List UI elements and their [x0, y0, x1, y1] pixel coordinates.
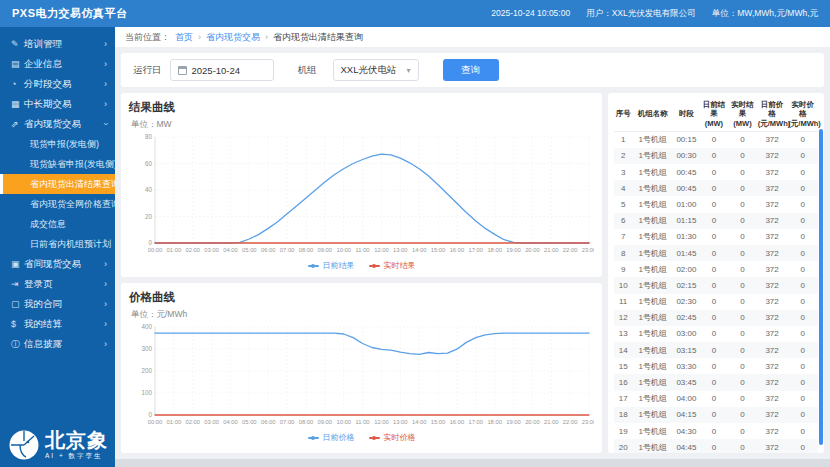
- unit-label: 机组: [298, 64, 317, 77]
- legend-item-日前价格[interactable]: 日前价格: [308, 432, 355, 443]
- table-cell: 0: [700, 342, 729, 358]
- svg-text:05:00: 05:00: [242, 419, 257, 425]
- table-cell: 1号机组: [632, 423, 673, 439]
- svg-text:18:00: 18:00: [487, 419, 502, 425]
- svg-text:15:00: 15:00: [431, 247, 446, 253]
- svg-text:08:00: 08:00: [299, 419, 314, 425]
- table-cell: 0: [787, 180, 818, 196]
- table-cell: 1号机组: [632, 391, 673, 407]
- sidebar-item-9[interactable]: ⓘ信息披露›: [0, 334, 115, 354]
- column-header-0: 序号: [614, 97, 632, 132]
- sidebar-item-3[interactable]: ▦中长期交易›: [0, 94, 115, 114]
- svg-text:20: 20: [145, 213, 153, 220]
- svg-text:21:00: 21:00: [544, 247, 559, 253]
- legend-item-日前结果[interactable]: 日前结果: [308, 260, 355, 271]
- sidebar-item-2[interactable]: ◔分时段交易›: [0, 74, 115, 94]
- table-cell: 372: [757, 374, 788, 390]
- table-cell: 0: [728, 229, 757, 245]
- table-cell: 0: [728, 391, 757, 407]
- table-cell: 372: [757, 391, 788, 407]
- unit-select[interactable]: XXL光伏电站 ▾: [333, 59, 419, 81]
- breadcrumb-section[interactable]: 省内现货交易: [206, 31, 260, 44]
- legend-item-实时价格[interactable]: 实时价格: [369, 432, 416, 443]
- table-cell: 0: [728, 294, 757, 310]
- breadcrumb-separator: ›: [198, 32, 201, 42]
- table-row: 61号机组01:15003720: [614, 213, 818, 229]
- svg-text:0: 0: [148, 239, 152, 246]
- svg-text:23:00: 23:00: [582, 247, 594, 253]
- table-cell: 0: [728, 277, 757, 293]
- table-cell: 02:45: [673, 310, 700, 326]
- sidebar-item-5[interactable]: ▣省间现货交易›: [0, 254, 115, 274]
- table-cell: 01:00: [673, 196, 700, 212]
- legend-line-icon: [308, 437, 319, 439]
- price-curve-card: 价格曲线 单位：元/MWh 010020030040000:0001:0002:…: [121, 283, 602, 453]
- table-cell: 0: [787, 148, 818, 164]
- table-cell: 0: [787, 261, 818, 277]
- table-cell: 0: [787, 164, 818, 180]
- table-cell: 01:30: [673, 229, 700, 245]
- sidebar-subitem-0[interactable]: 现货申报(发电侧): [0, 134, 115, 154]
- table-cell: 1号机组: [632, 294, 673, 310]
- svg-text:12:00: 12:00: [374, 247, 389, 253]
- table-cell: 0: [787, 132, 818, 148]
- table-cell: 1号机组: [632, 407, 673, 423]
- breadcrumb: 当前位置： 首页 › 省内现货交易 › 省内现货出清结果查询: [115, 27, 830, 47]
- table-cell: 372: [757, 294, 788, 310]
- sidebar-item-4[interactable]: ⇗省内现货交易›: [0, 114, 115, 134]
- table-cell: 372: [757, 213, 788, 229]
- sidebar-subitem-1[interactable]: 现货缺省申报(发电侧): [0, 154, 115, 174]
- table-cell: 3: [614, 164, 632, 180]
- table-cell: 2: [614, 148, 632, 164]
- results-table-card: 序号机组名称时段日前结果 (MW)实时结果 (MW)日前价格 (元/MWh)实时…: [608, 93, 824, 453]
- svg-text:20:00: 20:00: [525, 419, 540, 425]
- table-cell: 372: [757, 196, 788, 212]
- table-row: 81号机组01:45003720: [614, 245, 818, 261]
- sidebar-subitem-5[interactable]: 日前省内机组预计划: [0, 234, 115, 254]
- column-header-3: 日前结果 (MW): [700, 97, 729, 132]
- svg-text:05:00: 05:00: [242, 247, 257, 253]
- svg-text:02:00: 02:00: [185, 419, 200, 425]
- table-row: 21号机组00:30003720: [614, 148, 818, 164]
- results-table: 序号机组名称时段日前结果 (MW)实时结果 (MW)日前价格 (元/MWh)实时…: [614, 97, 818, 453]
- table-cell: 0: [728, 439, 757, 453]
- sidebar-item-1[interactable]: ▤企业信息›: [0, 54, 115, 74]
- breadcrumb-home[interactable]: 首页: [175, 31, 193, 44]
- table-cell: 372: [757, 423, 788, 439]
- sidebar-subitem-2[interactable]: 省内现货出清结果查询: [0, 174, 115, 194]
- sidebar-item-7[interactable]: ▢我的合同›: [0, 294, 115, 314]
- unit-select-value: XXL光伏电站: [341, 64, 397, 77]
- table-scrollbar[interactable]: [819, 129, 823, 445]
- table-cell: 14: [614, 342, 632, 358]
- sidebar-item-8[interactable]: $我的结算›: [0, 314, 115, 334]
- sidebar-item-6[interactable]: ⇥登录页›: [0, 274, 115, 294]
- chevron-right-icon: ›: [104, 299, 107, 309]
- table-cell: 02:30: [673, 294, 700, 310]
- app-window: PXS电力交易仿真平台 2025-10-24 10:05:00 用户：XXL光伏…: [0, 0, 830, 467]
- table-cell: 03:45: [673, 374, 700, 390]
- table-cell: 18: [614, 407, 632, 423]
- table-cell: 1号机组: [632, 164, 673, 180]
- svg-text:08:00: 08:00: [299, 247, 314, 253]
- table-cell: 0: [787, 423, 818, 439]
- svg-text:10:00: 10:00: [336, 419, 351, 425]
- query-button[interactable]: 查询: [443, 59, 499, 81]
- table-cell: 0: [700, 148, 729, 164]
- svg-text:22:00: 22:00: [563, 247, 578, 253]
- table-cell: 1号机组: [632, 358, 673, 374]
- table-cell: 0: [700, 196, 729, 212]
- table-cell: 0: [728, 374, 757, 390]
- sidebar-item-0[interactable]: ✎培训管理›: [0, 34, 115, 54]
- sidebar-subitem-3[interactable]: 省内现货全网价格查询: [0, 194, 115, 214]
- table-cell: 0: [700, 439, 729, 453]
- sidebar-subitem-4[interactable]: 成交信息: [0, 214, 115, 234]
- table-cell: 0: [700, 374, 729, 390]
- info-icon: ⓘ: [11, 338, 24, 351]
- column-header-6: 实时价格 (元/MWh): [787, 97, 818, 132]
- price-curve-title: 价格曲线: [129, 290, 594, 305]
- table-cell: 0: [700, 229, 729, 245]
- legend-item-实时结果[interactable]: 实时结果: [369, 260, 416, 271]
- table-cell: 372: [757, 261, 788, 277]
- table-row: 141号机组03:15003720: [614, 342, 818, 358]
- run-date-input[interactable]: 2025-10-24: [170, 59, 274, 81]
